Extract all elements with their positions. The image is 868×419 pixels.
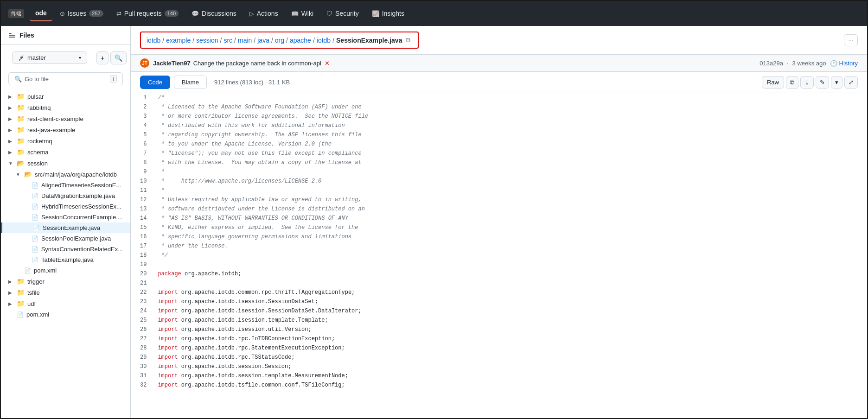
raw-button[interactable]: Raw bbox=[762, 76, 784, 89]
tree-item-sessionpool[interactable]: ▶ 📄 SessionPoolExample.java bbox=[1, 233, 130, 244]
tree-item-session[interactable]: ▼ 📂 session bbox=[1, 158, 130, 169]
line-number[interactable]: 24 bbox=[131, 306, 154, 316]
line-number[interactable]: 3 bbox=[131, 112, 154, 121]
tree-item-src-main[interactable]: ▼ 📂 src/main/java/org/apache/iotdb bbox=[1, 169, 130, 180]
commit-sha[interactable]: 013a29a bbox=[760, 60, 783, 67]
line-code: /* bbox=[154, 93, 867, 102]
sidebar: Files master ▾ + 🔍 🔍 Go to file t ▶ 📁 pu… bbox=[1, 26, 131, 418]
nav-tab-insights[interactable]: 📈 Insights bbox=[366, 6, 410, 21]
branch-name: master bbox=[27, 54, 46, 61]
search-button[interactable]: 🔍 bbox=[110, 51, 127, 64]
nav-tab-pulls[interactable]: ⇄ Pull requests 140 bbox=[111, 6, 184, 21]
line-number[interactable]: 14 bbox=[131, 214, 154, 223]
breadcrumb-main[interactable]: main bbox=[238, 37, 252, 44]
line-number[interactable]: 2 bbox=[131, 102, 154, 112]
tree-item-schema[interactable]: ▶ 📁 schema bbox=[1, 146, 130, 158]
tab-blame-button[interactable]: Blame bbox=[174, 76, 207, 89]
line-number[interactable]: 23 bbox=[131, 297, 154, 306]
table-row: 32import org.apache.iotdb.tsfile.common.… bbox=[131, 381, 867, 390]
tree-item-hybrid[interactable]: ▶ 📄 HybridTimeseriesSessionEx... bbox=[1, 201, 130, 212]
line-number[interactable]: 21 bbox=[131, 279, 154, 288]
download-button[interactable]: ⤓ bbox=[800, 76, 814, 89]
breadcrumb-src[interactable]: src bbox=[223, 37, 232, 44]
line-number[interactable]: 15 bbox=[131, 223, 154, 232]
edit-button[interactable]: ✎ bbox=[816, 76, 829, 89]
nav-tab-code[interactable]: ode bbox=[30, 6, 52, 21]
nav-tab-discussions[interactable]: 💬 Discussions bbox=[186, 6, 242, 21]
line-number[interactable]: 28 bbox=[131, 343, 154, 353]
line-number[interactable]: 30 bbox=[131, 362, 154, 371]
nav-tab-wiki[interactable]: 📖 Wiki bbox=[286, 6, 319, 21]
tree-item-rest-java[interactable]: ▶ 📁 rest-java-example bbox=[1, 124, 130, 135]
breadcrumb-apache[interactable]: apache bbox=[290, 37, 311, 44]
breadcrumb-session[interactable]: session bbox=[196, 37, 218, 44]
commit-author[interactable]: JackieTien97 bbox=[153, 60, 191, 67]
code-area[interactable]: 1/* 2 * Licensed to the Apache Software … bbox=[131, 93, 867, 418]
tree-item-aligned[interactable]: ▶ 📄 AlignedTimeseriesSessionE... bbox=[1, 180, 130, 190]
tree-item-rabbitmq[interactable]: ▶ 📁 rabbitmq bbox=[1, 102, 130, 113]
line-number[interactable]: 17 bbox=[131, 241, 154, 251]
tree-item-datamig[interactable]: ▶ 📄 DataMigrationExample.java bbox=[1, 190, 130, 201]
line-number[interactable]: 20 bbox=[131, 269, 154, 279]
chevron-icon: ▶ bbox=[8, 279, 14, 284]
line-number[interactable]: 9 bbox=[131, 167, 154, 177]
line-number[interactable]: 11 bbox=[131, 186, 154, 195]
line-number[interactable]: 8 bbox=[131, 158, 154, 167]
tree-item-udf[interactable]: ▶ 📁 udf bbox=[1, 298, 130, 309]
tree-label: pom.xml bbox=[26, 311, 49, 318]
nav-tab-security[interactable]: 🛡 Security bbox=[321, 6, 364, 21]
line-number[interactable]: 29 bbox=[131, 353, 154, 362]
line-number[interactable]: 13 bbox=[131, 204, 154, 214]
line-number[interactable]: 16 bbox=[131, 232, 154, 241]
history-button[interactable]: 🕐 History bbox=[830, 60, 858, 67]
line-number[interactable]: 25 bbox=[131, 316, 154, 325]
tree-item-pom1[interactable]: ▶ 📄 pom.xml bbox=[1, 265, 130, 276]
tree-label: rest-client-c-example bbox=[27, 115, 83, 122]
line-number[interactable]: 7 bbox=[131, 149, 154, 158]
line-number[interactable]: 10 bbox=[131, 177, 154, 186]
file-icon: 📄 bbox=[33, 225, 40, 231]
line-number[interactable]: 32 bbox=[131, 381, 154, 390]
tree-item-pulsar[interactable]: ▶ 📁 pulsar bbox=[1, 91, 130, 102]
tree-item-sessionexample[interactable]: ▶ 📄 SessionExample.java bbox=[1, 222, 130, 233]
tree-item-tablet[interactable]: ▶ 📄 TabletExample.java bbox=[1, 254, 130, 265]
line-number[interactable]: 22 bbox=[131, 288, 154, 297]
nav-tab-actions[interactable]: ▷ Actions bbox=[244, 6, 284, 21]
line-number[interactable]: 26 bbox=[131, 325, 154, 334]
edit-dropdown-button[interactable]: ▾ bbox=[831, 76, 842, 89]
tree-item-rest-client-c[interactable]: ▶ 📁 rest-client-c-example bbox=[1, 113, 130, 124]
breadcrumb-example[interactable]: example bbox=[166, 37, 191, 44]
nav-tab-issues[interactable]: ⊙ Issues 257 bbox=[54, 6, 109, 21]
tree-item-sessionconcurrent[interactable]: ▶ 📄 SessionConcurrentExample.... bbox=[1, 212, 130, 222]
breadcrumb-org[interactable]: org bbox=[275, 37, 284, 44]
add-file-button[interactable]: + bbox=[96, 51, 108, 64]
tree-item-rocketmq[interactable]: ▶ 📁 rocketmq bbox=[1, 135, 130, 146]
file-icon: 📄 bbox=[32, 193, 38, 199]
breadcrumb-iotdb2[interactable]: iotdb bbox=[317, 37, 331, 44]
line-code: import org.apache.iotdb.session.template… bbox=[154, 371, 867, 381]
avatar: JT bbox=[140, 58, 149, 68]
tree-item-trigger[interactable]: ▶ 📁 trigger bbox=[1, 276, 130, 287]
more-options-button[interactable]: ··· bbox=[844, 34, 858, 46]
line-number[interactable]: 31 bbox=[131, 371, 154, 381]
line-number[interactable]: 19 bbox=[131, 260, 154, 269]
tree-item-pom2[interactable]: ▶ 📄 pom.xml bbox=[1, 309, 130, 320]
tree-item-syntaxconv[interactable]: ▶ 📄 SyntaxConventionRelatedEx... bbox=[1, 244, 130, 254]
line-number[interactable]: 27 bbox=[131, 334, 154, 343]
line-number[interactable]: 12 bbox=[131, 195, 154, 204]
line-number[interactable]: 1 bbox=[131, 93, 154, 102]
line-number[interactable]: 4 bbox=[131, 121, 154, 130]
tree-item-tsfile[interactable]: ▶ 📁 tsfile bbox=[1, 287, 130, 298]
breadcrumb-java[interactable]: java bbox=[257, 37, 269, 44]
line-number[interactable]: 5 bbox=[131, 130, 154, 140]
line-number[interactable]: 18 bbox=[131, 251, 154, 260]
expand-button[interactable]: ⤢ bbox=[844, 76, 858, 89]
search-box[interactable]: 🔍 Go to file t bbox=[8, 72, 123, 85]
breadcrumb-iotdb[interactable]: iotdb bbox=[147, 37, 160, 44]
line-number[interactable]: 6 bbox=[131, 140, 154, 149]
branch-selector[interactable]: master ▾ bbox=[12, 51, 87, 64]
copy-button[interactable]: ⧉ bbox=[786, 76, 798, 89]
copy-path-button[interactable]: ⧉ bbox=[404, 35, 412, 45]
search-placeholder: Go to file bbox=[25, 76, 49, 83]
tab-code-button[interactable]: Code bbox=[140, 76, 170, 89]
